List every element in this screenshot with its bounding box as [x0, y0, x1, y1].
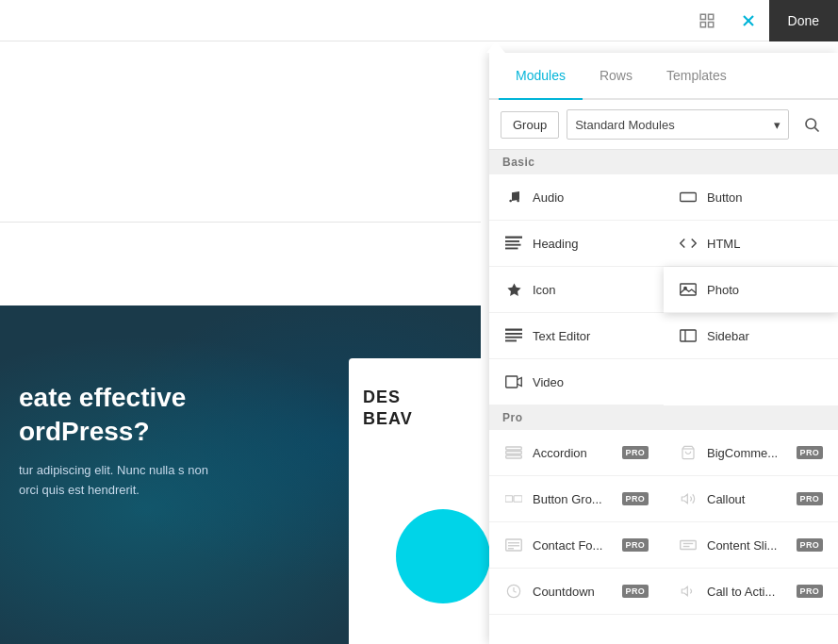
module-audio-label: Audio: [533, 190, 564, 205]
module-type-dropdown[interactable]: Standard Modules ▾: [567, 109, 789, 140]
content-slider-icon: [679, 536, 698, 554]
svg-rect-28: [514, 496, 522, 502]
svg-marker-13: [507, 283, 520, 295]
module-sidebar[interactable]: Sidebar: [664, 313, 838, 359]
module-bigcommerce-label: BigComme...: [707, 446, 778, 460]
lower-paragraph: tur adipiscing elit. Nunc nulla s non or…: [19, 461, 226, 501]
modules-panel: Modules Rows Templates Group Standard Mo…: [489, 53, 838, 644]
lower-heading: eate effective ordPress?: [19, 381, 226, 450]
module-button[interactable]: Button: [664, 174, 838, 221]
basic-modules-grid: Audio Button: [489, 174, 838, 405]
module-call-to-action[interactable]: Call to Acti... PRO: [664, 569, 838, 615]
accordion-icon: [504, 443, 523, 462]
module-call-to-action-label: Call to Acti...: [707, 585, 775, 599]
pro-modules-grid: Accordion PRO BigComme... PRO: [489, 430, 838, 615]
done-button[interactable]: Done: [769, 0, 838, 41]
buttongroup-pro-badge: PRO: [622, 492, 649, 505]
top-bar-actions: Done: [686, 0, 838, 41]
photo-icon: [679, 280, 698, 299]
svg-rect-22: [506, 376, 518, 388]
module-heading[interactable]: Heading: [489, 221, 664, 267]
svg-rect-24: [506, 452, 522, 454]
module-sidebar-label: Sidebar: [707, 329, 749, 343]
module-callout[interactable]: Callout PRO: [664, 476, 838, 522]
star-icon: [504, 280, 523, 299]
tab-rows[interactable]: Rows: [583, 53, 649, 100]
svg-marker-38: [682, 586, 687, 595]
callout-pro-badge: PRO: [797, 492, 823, 505]
module-bigcommerce[interactable]: BigComme... PRO: [664, 430, 838, 476]
svg-rect-17: [505, 333, 522, 335]
countdown-icon: [504, 582, 523, 601]
module-icon[interactable]: Icon: [489, 267, 664, 313]
module-photo[interactable]: Photo: [664, 267, 838, 313]
dropdown-arrow-icon: ▾: [774, 118, 780, 132]
module-content-slider-label: Content Sli...: [707, 538, 777, 553]
module-button-group-label: Button Gro...: [533, 492, 602, 506]
svg-rect-2: [700, 22, 705, 26]
layout-icon-btn[interactable]: [686, 0, 728, 41]
tab-modules[interactable]: Modules: [499, 53, 583, 100]
callout-icon: [679, 489, 698, 508]
contentslider-pro-badge: PRO: [797, 538, 823, 552]
svg-rect-23: [506, 447, 522, 450]
svg-rect-1: [708, 14, 713, 19]
svg-rect-8: [681, 193, 697, 202]
module-html[interactable]: HTML: [664, 221, 838, 267]
contact-form-icon: [504, 536, 523, 554]
html-icon: [679, 234, 698, 253]
module-audio[interactable]: Audio: [489, 174, 664, 221]
modules-scroll-area: Basic Audio Button: [489, 150, 838, 644]
bigcommerce-pro-badge: PRO: [797, 446, 823, 459]
module-contact-form[interactable]: Contact Fo... PRO: [489, 522, 664, 569]
cyan-circle-decoration: [396, 509, 490, 603]
panel-tabs: Modules Rows Templates: [489, 53, 838, 100]
cta-icon: [679, 582, 698, 601]
lower-text: eate effective ordPress? tur adipiscing …: [19, 381, 226, 500]
svg-rect-10: [505, 240, 519, 242]
svg-rect-18: [505, 337, 522, 339]
module-accordion[interactable]: Accordion PRO: [489, 430, 664, 476]
svg-rect-9: [505, 237, 522, 239]
module-countdown-label: Countdown: [533, 585, 595, 599]
module-accordion-label: Accordion: [533, 446, 587, 460]
svg-rect-12: [505, 248, 518, 250]
module-countdown[interactable]: Countdown PRO: [489, 569, 664, 615]
music-icon: [504, 188, 523, 206]
module-html-label: HTML: [707, 237, 740, 251]
cta-pro-badge: PRO: [797, 585, 823, 598]
panel-arrow: [486, 41, 505, 53]
svg-rect-16: [505, 329, 522, 331]
module-button-group[interactable]: Button Gro... PRO: [489, 476, 664, 522]
svg-rect-27: [505, 496, 513, 502]
section-basic-header: Basic: [489, 150, 838, 174]
group-button[interactable]: Group: [501, 111, 559, 139]
svg-rect-25: [506, 455, 522, 458]
module-icon-label: Icon: [533, 283, 556, 297]
svg-rect-19: [505, 340, 517, 342]
search-button[interactable]: [797, 109, 827, 140]
module-text-editor[interactable]: Text Editor: [489, 313, 664, 359]
svg-line-7: [814, 127, 818, 131]
tab-templates[interactable]: Templates: [649, 53, 744, 100]
content-divider: [0, 222, 481, 223]
sidebar-icon: [679, 326, 698, 345]
module-video[interactable]: Video: [489, 359, 664, 405]
svg-rect-0: [700, 14, 705, 19]
module-content-slider[interactable]: Content Sli... PRO: [664, 522, 838, 569]
module-callout-label: Callout: [707, 492, 745, 506]
white-card: DES BEAV: [349, 358, 490, 644]
button-icon: [679, 188, 698, 206]
module-contact-form-label: Contact Fo...: [533, 538, 602, 553]
svg-rect-20: [681, 330, 697, 341]
contactform-pro-badge: PRO: [622, 538, 649, 552]
svg-point-6: [806, 119, 816, 129]
card-text: DES BEAV: [349, 358, 490, 440]
video-icon: [504, 372, 523, 391]
accordion-pro-badge: PRO: [622, 446, 649, 459]
panel-toolbar: Group Standard Modules ▾: [489, 100, 838, 150]
section-pro-header: Pro: [489, 405, 838, 430]
svg-rect-3: [708, 22, 713, 26]
module-video-label: Video: [533, 375, 564, 389]
close-icon-btn[interactable]: [728, 0, 769, 41]
